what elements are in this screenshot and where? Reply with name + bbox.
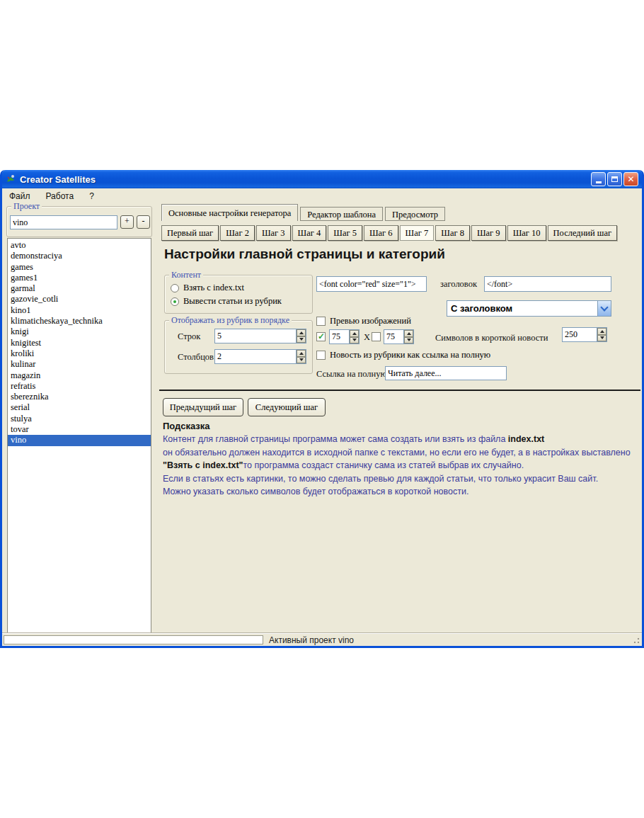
list-item[interactable]: knigitest bbox=[8, 338, 151, 348]
spin-down-icon[interactable] bbox=[297, 336, 306, 343]
list-item[interactable]: demonstraciya bbox=[8, 251, 151, 261]
list-item[interactable]: stulya bbox=[8, 414, 151, 424]
minimize-icon bbox=[596, 181, 602, 183]
spin-up-icon[interactable] bbox=[350, 330, 359, 337]
menu-bar: Файл Работа ? bbox=[2, 188, 642, 204]
font-open-input[interactable] bbox=[316, 276, 427, 292]
hint-line: Можно указать сколько символов будет ото… bbox=[163, 485, 637, 499]
list-item[interactable]: kroliki bbox=[8, 348, 151, 359]
checkbox-icon bbox=[372, 332, 381, 341]
list-item[interactable]: gazovie_cotli bbox=[8, 294, 151, 305]
remove-project-button[interactable]: - bbox=[137, 215, 150, 229]
preview-images-checkbox[interactable]: Превью изображений bbox=[316, 316, 411, 326]
tab-inactive[interactable]: Редактор шаблона bbox=[300, 207, 383, 221]
step-button[interactable]: Шаг 8 bbox=[435, 225, 470, 241]
list-item[interactable]: sbereznika bbox=[8, 392, 151, 402]
header-mode-select[interactable]: С заголовком bbox=[447, 300, 611, 317]
list-item[interactable]: magazin bbox=[8, 370, 151, 381]
step-button[interactable]: Шаг 2 bbox=[220, 225, 255, 241]
maximize-button[interactable] bbox=[607, 172, 622, 186]
list-item[interactable]: games1 bbox=[8, 273, 151, 283]
content-group-title: Контент bbox=[169, 270, 203, 280]
tab-inactive[interactable]: Предосмотр bbox=[385, 207, 445, 221]
width-spinner[interactable] bbox=[329, 329, 360, 344]
list-item[interactable]: klimaticheskaya_technika bbox=[8, 316, 151, 326]
display-order-groupbox: Отображать из рубрик в порядке Строк Сто… bbox=[164, 320, 313, 374]
step-button[interactable]: Шаг 6 bbox=[364, 225, 398, 241]
step-button[interactable]: Последний шаг bbox=[548, 225, 618, 241]
chars-count-spinner[interactable] bbox=[562, 327, 607, 342]
step-button[interactable]: Шаг 7 bbox=[400, 225, 435, 241]
hint-line: Контент для главной страницы программа м… bbox=[163, 433, 637, 446]
menu-help[interactable]: ? bbox=[89, 191, 94, 201]
title-bar[interactable]: Creator Satellites ✕ bbox=[2, 170, 642, 188]
step-button[interactable]: Шаг 9 bbox=[471, 225, 506, 241]
list-item[interactable]: refratis bbox=[8, 381, 151, 392]
spin-down-icon[interactable] bbox=[597, 335, 606, 342]
list-item[interactable]: knigi bbox=[8, 326, 151, 337]
project-list[interactable]: avtodemonstraciyagamesgames1garmalgazovi… bbox=[7, 238, 151, 633]
chars-count-label: Символов в короткой новости bbox=[435, 333, 548, 343]
status-text: Активный проект vino bbox=[269, 635, 354, 645]
chevron-down-icon bbox=[600, 303, 608, 311]
checkbox-icon bbox=[316, 332, 326, 341]
spin-up-icon[interactable] bbox=[297, 329, 306, 336]
list-item[interactable]: garmal bbox=[8, 283, 151, 294]
step-button[interactable]: Шаг 4 bbox=[292, 225, 327, 241]
spin-down-icon[interactable] bbox=[297, 357, 306, 364]
spin-up-icon[interactable] bbox=[404, 330, 413, 337]
radio-from-rubrics[interactable]: Вывести статьи из рубрик bbox=[171, 296, 282, 307]
project-groupbox: Проект + - bbox=[6, 206, 152, 237]
close-button[interactable]: ✕ bbox=[623, 172, 638, 186]
dropdown-button[interactable] bbox=[597, 301, 611, 316]
list-item[interactable]: vino bbox=[8, 435, 151, 445]
step-button[interactable]: Шаг 10 bbox=[507, 225, 546, 241]
chars-count-input[interactable] bbox=[562, 327, 597, 342]
step-button[interactable]: Шаг 3 bbox=[256, 225, 291, 241]
spin-up-icon[interactable] bbox=[297, 350, 306, 357]
project-name-input[interactable] bbox=[10, 215, 117, 229]
tab-active[interactable]: Основные настройки генератора bbox=[161, 204, 298, 221]
full-link-input[interactable] bbox=[385, 366, 507, 380]
cols-spinner[interactable] bbox=[214, 349, 306, 364]
next-step-button[interactable]: Следующий шаг bbox=[248, 398, 326, 416]
spin-down-icon[interactable] bbox=[404, 337, 413, 344]
add-project-button[interactable]: + bbox=[120, 215, 134, 229]
list-item[interactable]: tovar bbox=[8, 424, 151, 435]
preview-width-checkbox[interactable] bbox=[316, 332, 326, 341]
hint-title: Подсказка bbox=[163, 421, 210, 431]
radio-take-index[interactable]: Взять с index.txt bbox=[171, 283, 244, 293]
cols-input[interactable] bbox=[214, 349, 296, 364]
step-button[interactable]: Первый шаг bbox=[161, 225, 219, 241]
radio-icon bbox=[171, 284, 179, 292]
header-mode-value: С заголовком bbox=[447, 303, 597, 314]
font-close-input[interactable] bbox=[484, 276, 611, 292]
rows-spinner[interactable] bbox=[214, 329, 306, 343]
spin-up-icon[interactable] bbox=[597, 328, 606, 335]
cols-label: Столбцов bbox=[178, 352, 214, 363]
rows-label: Строк bbox=[178, 331, 200, 342]
spin-down-icon[interactable] bbox=[350, 337, 359, 344]
checkbox-label: Новость из рубрики как ссылка на полную bbox=[330, 350, 490, 360]
status-input-field[interactable] bbox=[4, 635, 263, 644]
close-icon: ✕ bbox=[627, 175, 634, 183]
resize-grip-icon[interactable] bbox=[632, 636, 640, 644]
checkbox-label: Превью изображений bbox=[330, 316, 411, 326]
list-item[interactable]: kino1 bbox=[8, 305, 151, 316]
list-item[interactable]: games bbox=[8, 262, 151, 273]
checkbox-icon bbox=[316, 351, 326, 360]
news-as-link-checkbox[interactable]: Новость из рубрики как ссылка на полную bbox=[316, 350, 490, 360]
menu-work[interactable]: Работа bbox=[46, 191, 74, 201]
step-button[interactable]: Шаг 5 bbox=[328, 225, 362, 241]
list-item[interactable]: kulinar bbox=[8, 359, 151, 370]
minimize-button[interactable] bbox=[591, 172, 606, 186]
height-spinner[interactable] bbox=[384, 329, 414, 344]
menu-file[interactable]: Файл bbox=[9, 191, 30, 201]
list-item[interactable]: serial bbox=[8, 402, 151, 413]
preview-height-checkbox[interactable] bbox=[372, 332, 381, 341]
previous-step-button[interactable]: Предыдущий шаг bbox=[163, 398, 243, 416]
list-item[interactable]: avto bbox=[8, 240, 151, 251]
height-input[interactable] bbox=[384, 329, 403, 344]
rows-input[interactable] bbox=[214, 329, 296, 343]
width-input[interactable] bbox=[329, 329, 349, 344]
